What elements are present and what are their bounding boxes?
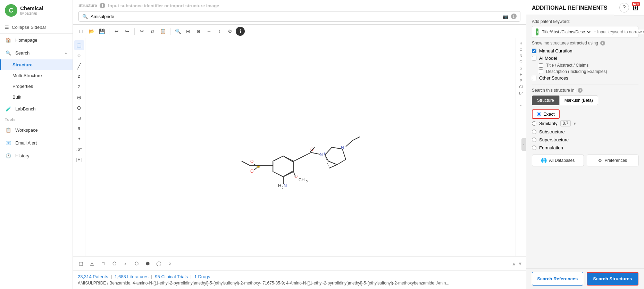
grid-button[interactable]: ⊞ <box>184 27 193 36</box>
similarity-value[interactable]: 0.7 <box>560 120 571 126</box>
ring-tool[interactable]: Z <box>74 72 84 81</box>
sidebar-item-bulk[interactable]: Bulk <box>0 92 73 102</box>
workspace-label: Workspace <box>15 127 38 133</box>
sidebar-search-label: Search <box>15 50 30 56</box>
superstructure-radio[interactable] <box>532 138 536 142</box>
paste-button[interactable]: 📋 <box>158 27 167 36</box>
flip-v-button[interactable]: ↕ <box>215 27 224 36</box>
settings-button[interactable]: ⚙ <box>225 27 234 36</box>
axis-o[interactable]: O <box>519 59 523 65</box>
oct-tool[interactable]: ◯ <box>154 259 163 268</box>
bond-tool[interactable]: ╱ <box>74 61 84 71</box>
search-references-button[interactable]: Search References <box>532 272 583 286</box>
canvas-area: ⬚ ◇ ╱ Z Z ⊕ ⊖ ⊟ R ✦ .S* [H] <box>73 38 526 270</box>
open-button[interactable]: 📂 <box>87 27 96 36</box>
axis-c[interactable]: C <box>519 47 523 52</box>
s-tool[interactable]: .S* <box>74 144 84 154</box>
collapse-sidebar-button[interactable]: ☰ Collapse Sidebar <box>0 21 73 34</box>
molecule-search-input[interactable] <box>91 14 500 19</box>
camera-icon[interactable]: 📷 <box>503 14 508 19</box>
copy-button[interactable]: ⧉ <box>148 27 157 36</box>
reaction-tool[interactable]: ✦ <box>74 134 84 144</box>
r-group-tool[interactable]: R <box>74 124 84 133</box>
sidebar-item-search[interactable]: 🔍 Search ▲ <box>0 47 73 59</box>
help-button[interactable]: ? <box>619 3 629 13</box>
axis-h[interactable]: H <box>519 40 523 46</box>
keyword-scope-select[interactable]: Title/Abst./Claims/Desc. <box>541 29 592 35</box>
axis-more[interactable]: • <box>520 103 522 108</box>
molecule-search-bar[interactable]: 🔍 📷 ℹ <box>78 11 520 22</box>
undo-button[interactable]: ↩ <box>112 27 121 36</box>
results-description: AMISULPRIDE / Benzamide, 4-amino-N-[(1-e… <box>78 281 521 286</box>
minus-tool[interactable]: ⊖ <box>74 103 84 113</box>
exact-radio[interactable] <box>537 112 541 116</box>
all-databases-button[interactable]: 🌐 All Databases <box>532 155 584 166</box>
axis-i[interactable]: I <box>520 97 522 102</box>
cut-button[interactable]: ✂ <box>137 27 147 36</box>
pentagon-tool[interactable]: ⬠ <box>110 259 119 268</box>
bracket-tool[interactable]: ⊟ <box>74 113 84 123</box>
formulation-radio[interactable] <box>532 146 536 150</box>
molecule-svg: S O O H 2 N O <box>203 92 398 203</box>
clinical-trials-link[interactable]: 95 Clinical Trials <box>155 274 188 279</box>
bottom-toolbar: ⬚ △ □ ⬠ ⬦ ⬡ ⬢ ◯ ○ ▲ ▼ <box>73 256 526 270</box>
sidebar-item-history[interactable]: 🕐 History <box>0 149 73 162</box>
axis-cl[interactable]: Cl <box>518 84 523 90</box>
triangle-tool[interactable]: △ <box>87 259 97 268</box>
axis-br[interactable]: Br <box>518 90 524 96</box>
global-topbar: ? ⊞ New <box>614 0 644 16</box>
import-tool[interactable]: ⬚ <box>76 259 85 268</box>
sidebar-item-structure[interactable]: Structure <box>0 59 73 70</box>
molecule-canvas[interactable]: S O O H 2 N O <box>85 38 516 256</box>
zoom-in-icon[interactable]: ▲ <box>511 261 516 266</box>
keyword-row: ✦ Title/Abst./Claims/Desc. <box>532 26 638 38</box>
manual-curation-checkbox[interactable] <box>532 49 536 53</box>
sidebar-item-homepage[interactable]: 🏠 Homepage <box>0 34 73 47</box>
new-feature-button[interactable]: ⊞ New <box>633 3 638 12</box>
redo-button[interactable]: ↪ <box>123 27 132 36</box>
square-tool[interactable]: □ <box>99 259 108 268</box>
sidebar-item-email-alert[interactable]: 📧 Email Alert <box>0 137 73 149</box>
save-button[interactable]: 💾 <box>97 27 106 36</box>
axis-n[interactable]: N <box>519 53 523 58</box>
align-button[interactable]: ⊕ <box>194 27 203 36</box>
drugs-link[interactable]: 1 Drugs <box>194 274 210 279</box>
panel-toggle-button[interactable]: ‹ <box>521 138 526 151</box>
title-abstract-checkbox[interactable] <box>539 63 543 68</box>
axis-s[interactable]: S <box>519 65 523 71</box>
tab-markush[interactable]: Markush (Beta) <box>559 96 598 105</box>
zoom-button[interactable]: 🔍 <box>173 27 182 36</box>
sidebar-item-labbench[interactable]: 🧪 LabBench <box>0 102 73 115</box>
keyword-input[interactable] <box>594 30 644 34</box>
similarity-dropdown-icon[interactable]: ▾ <box>574 121 576 126</box>
plus-tool[interactable]: ⊕ <box>74 92 84 102</box>
search-structures-button[interactable]: Search Structures <box>587 272 639 286</box>
arrow-tool[interactable]: ⬦ <box>121 259 130 268</box>
axis-f[interactable]: F <box>519 72 523 77</box>
ai-model-checkbox[interactable] <box>532 56 536 60</box>
axis-p[interactable]: P <box>519 78 523 83</box>
h-tool[interactable]: [H] <box>74 155 84 165</box>
flip-h-button[interactable]: ↔ <box>204 27 214 36</box>
similarity-radio[interactable] <box>532 121 536 126</box>
sidebar-item-workspace[interactable]: 📋 Workspace <box>0 124 73 137</box>
hex-tool[interactable]: ⬡ <box>132 259 141 268</box>
literatures-link[interactable]: 1,688 Literatures <box>115 274 149 279</box>
circle-tool[interactable]: ○ <box>165 259 174 268</box>
zoom-out-icon[interactable]: ▼ <box>518 261 522 266</box>
info-button[interactable]: ℹ <box>236 27 245 36</box>
hex2-tool[interactable]: ⬢ <box>143 259 152 268</box>
tab-structure[interactable]: Structure <box>532 96 559 105</box>
sidebar-item-properties[interactable]: Properties <box>0 81 73 92</box>
patents-link[interactable]: 23,314 Patents <box>78 274 108 279</box>
description-checkbox[interactable] <box>539 69 543 74</box>
substructure-radio[interactable] <box>532 130 536 134</box>
eraser-tool[interactable]: ◇ <box>74 51 84 60</box>
ring-tool-2[interactable]: Z <box>74 82 84 92</box>
manual-curation-label: Manual Curation <box>539 48 572 53</box>
new-button[interactable]: □ <box>76 27 85 36</box>
sidebar-item-multi-structure[interactable]: Multi-Structure <box>0 70 73 81</box>
other-sources-checkbox[interactable] <box>532 76 536 80</box>
preferences-button[interactable]: ⚙ Preferences <box>587 155 639 166</box>
select-tool[interactable]: ⬚ <box>74 40 84 50</box>
